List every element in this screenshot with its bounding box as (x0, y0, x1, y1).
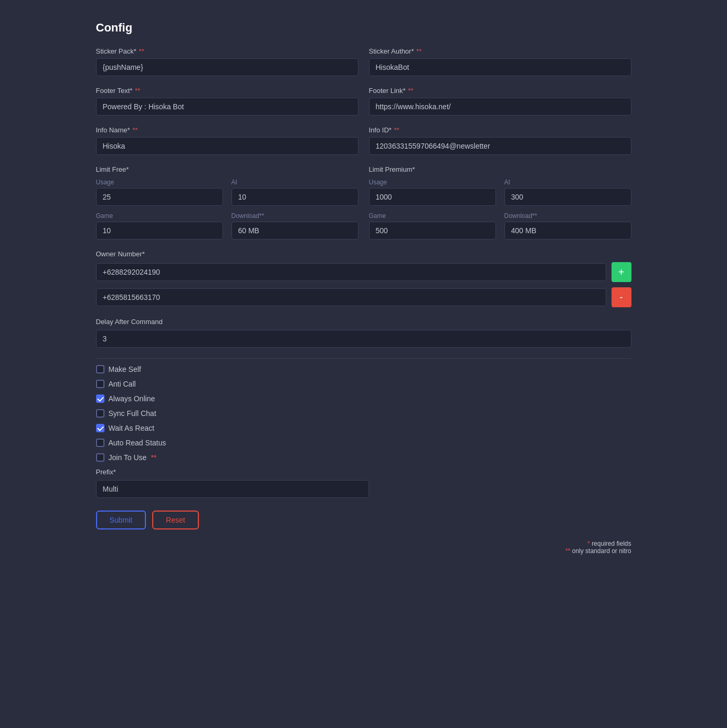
divider-1 (96, 358, 631, 359)
limits-wrapper: Limit Free* Usage AI Game (96, 165, 631, 240)
limit-free-ai-input[interactable] (231, 188, 359, 206)
footer-text-group: Footer Text* ** (96, 87, 359, 116)
config-container: Config Sticker Pack* ** Sticker Author* … (86, 11, 642, 565)
reset-button[interactable]: Reset (152, 511, 199, 529)
footer-text-label: Footer Text* ** (96, 87, 359, 95)
limit-free-game-label: Game (96, 212, 223, 220)
add-owner-button[interactable]: + (612, 262, 631, 282)
page-title: Config (96, 21, 631, 35)
footer-row: Footer Text* ** Footer Link* ** (96, 87, 631, 116)
anti-call-checkbox[interactable] (96, 380, 104, 388)
info-name-group: Info Name* ** (96, 126, 359, 155)
limit-free-ai-group: AI (231, 179, 359, 206)
limit-premium-ai-input[interactable] (504, 188, 631, 206)
always-online-label[interactable]: Always Online (96, 394, 631, 403)
limit-premium-grid: Usage AI (369, 179, 631, 206)
limit-premium-usage-group: Usage (369, 179, 496, 206)
auto-read-status-checkbox[interactable] (96, 439, 104, 447)
join-to-use-checkbox-section: Join To Use** (96, 453, 631, 462)
limit-premium-grid-2: Game Download** (369, 212, 631, 240)
info-name-label: Info Name* ** (96, 126, 359, 134)
limit-premium-game-group: Game (369, 212, 496, 240)
limit-free-grid: Usage AI (96, 179, 359, 206)
footer-text-input[interactable] (96, 98, 359, 116)
limit-free-download-input[interactable] (231, 222, 359, 240)
sync-full-chat-label[interactable]: Sync Full Chat (96, 409, 631, 418)
limit-premium-title: Limit Premium* (369, 165, 631, 173)
prefix-section: Prefix* (96, 468, 631, 498)
limit-premium-ai-label: AI (504, 179, 631, 186)
auto-read-status-checkbox-section: Auto Read Status (96, 439, 631, 447)
sticker-pack-input[interactable] (96, 58, 359, 76)
wait-as-react-label[interactable]: Wait As React (96, 424, 631, 432)
limit-premium-download-label: Download** (504, 212, 631, 220)
sync-full-chat-checkbox-section: Sync Full Chat (96, 409, 631, 418)
anti-call-checkbox-section: Anti Call (96, 380, 631, 388)
join-to-use-checkbox[interactable] (96, 453, 104, 462)
owner-number-1-input[interactable] (96, 263, 606, 281)
sticker-author-label: Sticker Author* ** (369, 47, 631, 55)
limit-free-game-group: Game (96, 212, 223, 240)
always-online-checkbox[interactable] (96, 394, 104, 403)
limit-free-title: Limit Free* (96, 165, 359, 173)
limit-free-section: Limit Free* Usage AI Game (96, 165, 359, 240)
owner-number-label: Owner Number* (96, 250, 631, 258)
limit-free-usage-group: Usage (96, 179, 223, 206)
prefix-input[interactable] (96, 480, 369, 498)
footer-note-2: ** only standard or nitro (96, 547, 631, 555)
action-buttons: Submit Reset (96, 511, 631, 529)
delay-label: Delay After Command (96, 318, 631, 326)
limit-premium-download-group: Download** (504, 212, 631, 240)
footer-link-input[interactable] (369, 98, 631, 116)
auto-read-status-label[interactable]: Auto Read Status (96, 439, 631, 447)
sticker-pack-group: Sticker Pack* ** (96, 47, 359, 76)
limit-premium-game-input[interactable] (369, 222, 496, 240)
delay-section: Delay After Command (96, 318, 631, 348)
limit-free-download-group: Download** (231, 212, 359, 240)
sticker-author-group: Sticker Author* ** (369, 47, 631, 76)
limit-free-usage-input[interactable] (96, 188, 223, 206)
sticker-author-input[interactable] (369, 58, 631, 76)
info-id-group: Info ID* ** (369, 126, 631, 155)
sticker-pack-label: Sticker Pack* ** (96, 47, 359, 55)
sticker-row: Sticker Pack* ** Sticker Author* ** (96, 47, 631, 76)
limit-premium-section: Limit Premium* Usage AI Game (369, 165, 631, 240)
info-id-label: Info ID* ** (369, 126, 631, 134)
anti-call-label[interactable]: Anti Call (96, 380, 631, 388)
make-self-label[interactable]: Make Self (96, 365, 631, 373)
owner-number-section: Owner Number* + - (96, 250, 631, 307)
wait-as-react-checkbox-section: Wait As React (96, 424, 631, 432)
limit-premium-game-label: Game (369, 212, 496, 220)
make-self-checkbox[interactable] (96, 365, 104, 373)
prefix-label: Prefix* (96, 468, 631, 476)
limit-premium-usage-label: Usage (369, 179, 496, 186)
footer-link-label: Footer Link* ** (369, 87, 631, 95)
delay-input[interactable] (96, 330, 631, 348)
limit-free-grid-2: Game Download** (96, 212, 359, 240)
owner-input-row-2: - (96, 287, 631, 307)
wait-as-react-checkbox[interactable] (96, 424, 104, 432)
limit-free-usage-label: Usage (96, 179, 223, 186)
owner-number-2-input[interactable] (96, 288, 606, 306)
limit-free-game-input[interactable] (96, 222, 223, 240)
limit-free-ai-label: AI (231, 179, 359, 186)
info-id-input[interactable] (369, 137, 631, 155)
info-name-input[interactable] (96, 137, 359, 155)
footer-note-1: * required fields (96, 540, 631, 547)
submit-button[interactable]: Submit (96, 511, 146, 529)
limit-premium-usage-input[interactable] (369, 188, 496, 206)
footer-notes: * required fields ** only standard or ni… (96, 540, 631, 555)
make-self-checkbox-section: Make Self (96, 365, 631, 373)
info-row: Info Name* ** Info ID* ** (96, 126, 631, 155)
remove-owner-button[interactable]: - (612, 287, 631, 307)
sync-full-chat-checkbox[interactable] (96, 409, 104, 418)
join-to-use-label[interactable]: Join To Use** (96, 453, 631, 462)
limit-free-download-label: Download** (231, 212, 359, 220)
owner-input-row-1: + (96, 262, 631, 282)
always-online-checkbox-section: Always Online (96, 394, 631, 403)
limit-premium-ai-group: AI (504, 179, 631, 206)
limit-premium-download-input[interactable] (504, 222, 631, 240)
footer-link-group: Footer Link* ** (369, 87, 631, 116)
